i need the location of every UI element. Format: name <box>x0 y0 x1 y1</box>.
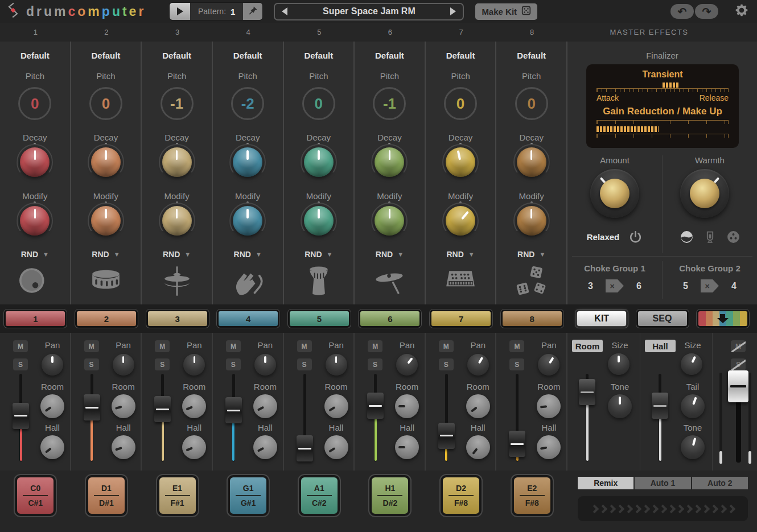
decay-knob[interactable] <box>517 147 546 177</box>
pitch-knob[interactable]: -1 <box>373 87 406 120</box>
rnd-dropdown[interactable]: RND ▼ <box>21 250 49 259</box>
choke2-a-value[interactable]: 5 <box>683 281 688 291</box>
next-preset-icon[interactable] <box>450 7 456 15</box>
auto1-button[interactable]: Auto 1 <box>635 477 690 489</box>
clap-icon[interactable] <box>228 265 267 297</box>
channel-preset-name[interactable]: Default <box>446 51 475 60</box>
note-pad[interactable]: D1 D#1 <box>86 475 127 516</box>
prev-preset-icon[interactable] <box>282 7 287 15</box>
channel-preset-name[interactable]: Default <box>92 51 121 60</box>
channel-select-pad[interactable]: 3 <box>146 310 209 328</box>
pan-knob[interactable] <box>254 354 276 376</box>
note-pad[interactable]: H1 D#2 <box>369 475 410 516</box>
pitch-knob[interactable]: 0 <box>444 87 477 120</box>
play-button[interactable] <box>170 3 190 20</box>
channel-select-pad[interactable]: 1 <box>4 310 67 328</box>
note-pad[interactable]: E2 F#8 <box>512 475 553 516</box>
mute-button[interactable]: M <box>226 340 241 352</box>
decay-knob[interactable] <box>91 147 121 177</box>
choke1-a-value[interactable]: 3 <box>588 281 593 291</box>
room-send-knob[interactable] <box>253 394 277 418</box>
pan-knob[interactable] <box>113 354 134 376</box>
note-pad[interactable]: C0 C#1 <box>15 475 56 516</box>
conga-icon[interactable] <box>299 265 338 297</box>
channel-fader[interactable] <box>83 374 101 465</box>
room-tone-knob[interactable] <box>608 394 632 418</box>
gain-meter[interactable] <box>596 126 659 132</box>
hall-send-knob[interactable] <box>324 435 348 459</box>
rnd-dropdown[interactable]: RND ▼ <box>517 250 545 259</box>
modify-knob[interactable] <box>20 206 50 236</box>
channel-select-pad[interactable]: 2 <box>75 310 138 328</box>
modify-knob[interactable] <box>304 206 334 236</box>
pitch-knob[interactable]: 0 <box>302 87 335 120</box>
channel-select-pad[interactable]: 6 <box>359 310 421 328</box>
tab-kit[interactable]: KIT <box>575 310 628 328</box>
rnd-dropdown[interactable]: RND ▼ <box>92 250 120 259</box>
rnd-dropdown[interactable]: RND ▼ <box>376 250 404 259</box>
solo-button[interactable]: S <box>84 358 99 370</box>
note-pad[interactable]: A1 C#2 <box>299 475 340 516</box>
room-send-knob[interactable] <box>112 394 135 418</box>
hall-send-knob[interactable] <box>253 435 277 459</box>
room-send-knob[interactable] <box>395 394 419 418</box>
kick-drum-icon[interactable] <box>15 265 54 297</box>
channel-fader[interactable] <box>508 374 526 465</box>
pan-knob[interactable] <box>538 354 559 376</box>
settings-button[interactable] <box>734 3 749 20</box>
channel-fader[interactable] <box>295 374 314 465</box>
hall-tone-knob[interactable] <box>681 435 705 459</box>
modify-knob[interactable] <box>375 206 404 236</box>
kit-dropdown-button[interactable] <box>697 310 749 328</box>
room-send-knob[interactable] <box>40 394 64 418</box>
preset-selector[interactable]: Super Space Jam RM <box>274 3 464 20</box>
modify-knob[interactable] <box>162 206 192 236</box>
rnd-dropdown[interactable]: RND ▼ <box>163 250 191 259</box>
drum-machine-icon[interactable] <box>441 265 480 297</box>
hall-send-knob[interactable] <box>395 435 419 459</box>
choke2-clear-icon[interactable]: × <box>701 279 719 292</box>
amount-knob[interactable] <box>590 169 639 218</box>
hall-level-fader[interactable] <box>651 374 669 465</box>
solo-button[interactable]: S <box>439 358 454 370</box>
channel-fader[interactable] <box>11 374 30 465</box>
note-pad[interactable]: G1 G#1 <box>228 475 269 516</box>
channel-select-pad[interactable]: 8 <box>501 310 563 328</box>
solo-button[interactable]: S <box>509 358 524 370</box>
mute-button[interactable]: M <box>155 340 170 352</box>
transient-meter[interactable] <box>663 83 680 88</box>
compressor-mode-label[interactable]: Relaxed <box>587 232 620 242</box>
choke1-clear-icon[interactable]: × <box>606 279 624 292</box>
hi-hat-icon[interactable] <box>158 265 196 297</box>
rnd-dropdown[interactable]: RND ▼ <box>234 250 262 259</box>
solo-button[interactable]: S <box>368 358 382 370</box>
channel-select-pad[interactable]: 5 <box>288 310 351 328</box>
make-kit-button[interactable]: Make Kit <box>475 3 537 20</box>
decay-knob[interactable] <box>446 147 475 177</box>
channel-select-pad[interactable]: 4 <box>217 310 279 328</box>
room-send-knob[interactable] <box>182 394 206 418</box>
pan-knob[interactable] <box>396 354 418 376</box>
pattern-pin-button[interactable] <box>243 3 262 20</box>
pitch-knob[interactable]: -1 <box>161 87 194 120</box>
shape-saturation-icon[interactable] <box>680 230 694 244</box>
auto2-button[interactable]: Auto 2 <box>692 477 748 489</box>
room-send-knob[interactable] <box>466 394 490 418</box>
hall-send-knob[interactable] <box>466 435 490 459</box>
channel-fader[interactable] <box>366 374 385 465</box>
room-size-knob[interactable] <box>608 353 630 375</box>
tape-reel-saturation-icon[interactable] <box>726 230 740 244</box>
note-pad[interactable]: E1 F#1 <box>157 475 198 516</box>
master-solo-button[interactable]: S <box>731 358 746 370</box>
master-mute-button[interactable]: M <box>731 340 746 352</box>
modify-knob[interactable] <box>233 206 262 236</box>
channel-fader[interactable] <box>224 374 243 465</box>
note-pad[interactable]: D2 F#8 <box>441 475 482 516</box>
decay-knob[interactable] <box>162 147 192 177</box>
modify-knob[interactable] <box>446 206 475 236</box>
choke1-b-value[interactable]: 6 <box>636 281 641 291</box>
pitch-knob[interactable]: 0 <box>89 87 122 120</box>
pattern-display[interactable]: Pattern: 1 <box>190 3 243 20</box>
mute-button[interactable]: M <box>368 340 382 352</box>
hall-size-knob[interactable] <box>681 353 702 375</box>
